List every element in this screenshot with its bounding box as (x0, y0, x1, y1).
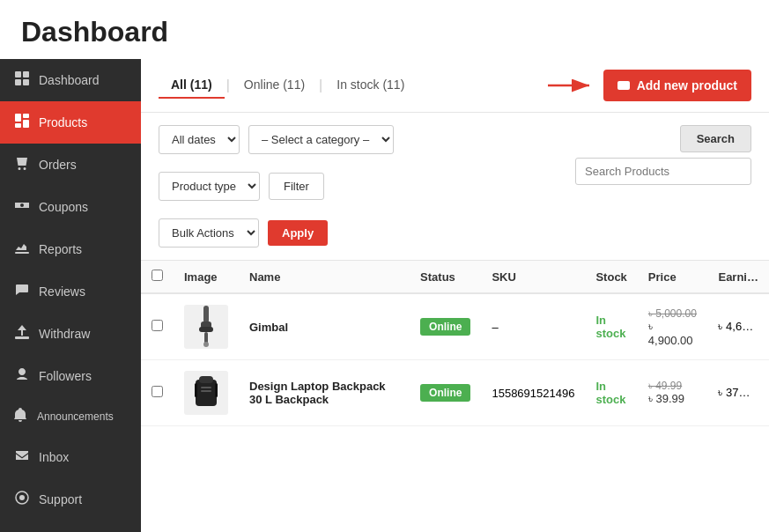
filters-section: All dates – Select a category – Product … (141, 113, 769, 261)
filter-button[interactable]: Filter (269, 173, 324, 200)
sidebar-item-reviews-label: Reviews (39, 284, 127, 299)
add-product-button[interactable]: Add new product (603, 70, 751, 101)
products-icon (14, 114, 30, 131)
sidebar-item-reports[interactable]: Reports (0, 228, 141, 270)
sidebar-item-dashboard[interactable]: Dashboard (0, 59, 141, 101)
price-sale: ৳ 4,900.00 (648, 320, 698, 347)
svg-rect-9 (15, 336, 29, 339)
sidebar-item-support[interactable]: Support (0, 478, 141, 521)
svg-rect-22 (196, 380, 217, 406)
row-checkbox[interactable] (152, 320, 163, 331)
sidebar-item-followers-label: Followers (39, 369, 127, 383)
price-display: ৳ 5,000.00 ৳ 4,900.00 (648, 307, 698, 347)
product-image-cell (174, 293, 239, 360)
stock-status: Instock (595, 380, 625, 406)
svg-rect-1 (23, 71, 29, 78)
product-price-cell: ৳ 5,000.00 ৳ 4,900.00 (638, 293, 708, 360)
image-header: Image (174, 261, 239, 293)
tab-instock[interactable]: In stock (11) (324, 72, 417, 99)
svg-rect-0 (15, 71, 21, 78)
sidebar-item-orders[interactable]: Orders (0, 144, 141, 186)
price-original: ৳ 49.99 (648, 380, 698, 392)
product-image-cell (174, 360, 239, 426)
row-checkbox-cell (141, 360, 174, 426)
followers-icon (14, 367, 30, 385)
product-name-cell: Design Laptop Backpack 30 L Backpack (239, 360, 410, 426)
select-all-checkbox[interactable] (152, 270, 163, 281)
withdraw-icon (14, 325, 30, 343)
product-image (184, 305, 228, 349)
sidebar-item-support-label: Support (39, 492, 127, 506)
apply-button[interactable]: Apply (268, 220, 328, 246)
search-area: Search (575, 125, 751, 185)
svg-rect-3 (23, 79, 29, 85)
page-title: Dashboard (0, 0, 769, 59)
sidebar-item-orders-label: Orders (39, 158, 127, 172)
reports-icon (14, 240, 30, 258)
sidebar-item-inbox[interactable]: Inbox (0, 436, 141, 478)
price-display: ৳ 49.99 ৳ 39.99 (648, 380, 698, 406)
row-checkbox[interactable] (152, 386, 163, 397)
dates-select[interactable]: All dates (159, 125, 240, 154)
stock-header: Stock (585, 261, 637, 293)
sidebar-item-settings[interactable]: Settings › (0, 521, 141, 532)
sidebar: Dashboard Products Orders Coupons Report… (0, 59, 141, 532)
product-status-cell: Online (410, 293, 481, 360)
search-button[interactable]: Search (680, 125, 751, 152)
product-sku-cell: 1558691521496 (481, 360, 585, 426)
bulk-actions-select[interactable]: Bulk Actions (159, 218, 259, 248)
product-earnings-cell: ৳ 37… (707, 360, 769, 426)
svg-rect-4 (15, 114, 21, 122)
svg-rect-19 (199, 327, 213, 332)
svg-rect-6 (23, 120, 29, 128)
svg-rect-17 (203, 306, 209, 323)
search-products-input[interactable] (575, 158, 751, 185)
svg-rect-2 (15, 79, 21, 85)
product-name: Gimbal (249, 321, 288, 334)
orders-icon (14, 156, 30, 174)
price-sale: ৳ 39.99 (648, 392, 698, 406)
product-type-select[interactable]: Product type (159, 172, 260, 201)
filter-row-2: Product type Filter (159, 172, 561, 201)
sidebar-item-coupons[interactable]: Coupons (0, 186, 141, 228)
status-badge: Online (420, 318, 470, 336)
sidebar-item-inbox-label: Inbox (39, 450, 127, 464)
product-stock-cell: Instock (585, 293, 637, 360)
sku-header: SKU (481, 261, 585, 293)
products-table: Image Name Status SKU Stock Price Earni… (141, 261, 769, 426)
tab-online[interactable]: Online (11) (232, 72, 317, 99)
sidebar-item-announcements[interactable]: Announcements (0, 397, 141, 436)
dashboard-icon (14, 71, 30, 89)
svg-point-21 (203, 342, 209, 347)
table-row: Design Laptop Backpack 30 L Backpack Onl… (141, 360, 769, 426)
sidebar-item-announcements-label: Announcements (37, 410, 129, 423)
coupons-icon (14, 198, 30, 216)
add-product-label: Add new product (637, 78, 737, 92)
sidebar-item-products[interactable]: Products (0, 101, 141, 144)
svg-rect-25 (201, 390, 211, 392)
sidebar-item-coupons-label: Coupons (39, 200, 127, 214)
tabs-container: All (11) | Online (11) | In stock (11) (159, 72, 417, 99)
header-right: Add new product (543, 70, 751, 101)
status-badge: Online (420, 384, 470, 402)
filter-row-1: All dates – Select a category – (159, 125, 561, 154)
svg-rect-7 (15, 123, 21, 128)
svg-rect-26 (195, 383, 197, 397)
product-name-cell: Gimbal (239, 293, 410, 360)
main-content: All (11) | Online (11) | In stock (11) A… (141, 59, 769, 532)
support-icon (14, 491, 30, 508)
arrow-annotation (543, 75, 596, 96)
sidebar-item-reviews[interactable]: Reviews (0, 270, 141, 313)
svg-rect-27 (215, 383, 218, 397)
sidebar-item-reports-label: Reports (39, 242, 127, 256)
sidebar-item-products-label: Products (39, 115, 127, 129)
svg-point-11 (19, 495, 25, 500)
sidebar-item-followers[interactable]: Followers (0, 355, 141, 397)
gimbal-svg (190, 306, 222, 348)
sidebar-item-withdraw[interactable]: Withdraw (0, 313, 141, 355)
svg-rect-16 (623, 82, 625, 87)
tab-all[interactable]: All (11) (159, 72, 225, 99)
filter-controls: All dates – Select a category – Product … (159, 125, 561, 248)
category-select[interactable]: – Select a category – (248, 125, 394, 154)
svg-rect-24 (201, 387, 211, 388)
